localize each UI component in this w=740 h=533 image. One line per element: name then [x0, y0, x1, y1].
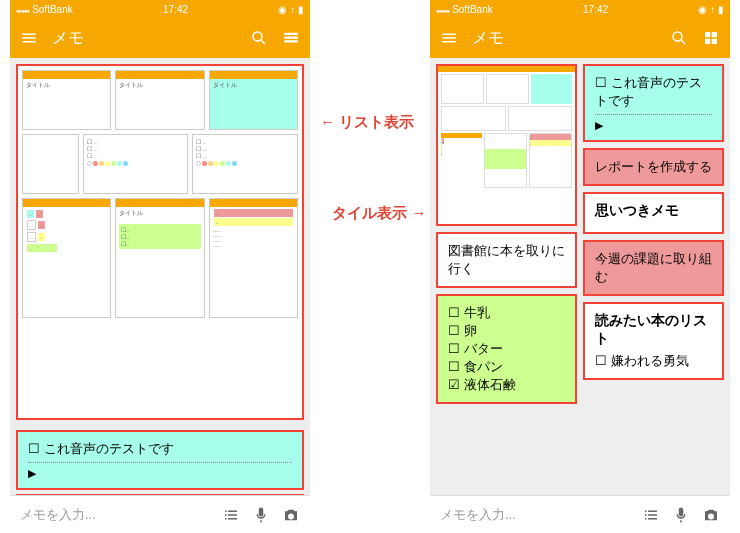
svg-point-4 [673, 32, 682, 41]
note-reading-list[interactable]: 読みたい本のリスト 嫌われる勇気 [583, 302, 724, 380]
play-icon[interactable]: ▶ [28, 467, 292, 480]
label-tile-view: タイル表示 → [332, 204, 426, 223]
checkbox[interactable]: これ音声のテストです [595, 74, 712, 110]
note-input[interactable]: メモを入力... [20, 506, 210, 524]
svg-rect-1 [284, 33, 298, 35]
camera-icon[interactable] [702, 506, 720, 524]
search-icon[interactable] [670, 29, 688, 47]
carrier: SoftBank [16, 4, 73, 15]
list-icon[interactable] [642, 506, 660, 524]
thumbnail-screenshot: タイトル タイトル タイトル ☐ ..☐ ..☐ .. ☐ ..☐ ..☐ .. [16, 64, 304, 420]
list-icon[interactable] [222, 506, 240, 524]
svg-rect-7 [705, 39, 710, 44]
svg-rect-6 [712, 32, 717, 37]
app-bar: メモ [10, 18, 310, 58]
app-title: メモ [52, 28, 236, 49]
app-title: メモ [472, 28, 656, 49]
checkbox-checked[interactable]: 液体石鹸 [448, 376, 565, 394]
status-right: ◉ ↑ ▮ [278, 4, 304, 15]
app-bar: メモ [430, 18, 730, 58]
carrier: SoftBank [436, 4, 493, 15]
content-tiles: .... .. 図書館に本を取りに行く 牛乳 卵 バター 食パン 液体石鹸 これ… [430, 58, 730, 495]
checkbox[interactable]: バター [448, 340, 565, 358]
checkbox[interactable]: 食パン [448, 358, 565, 376]
note-create-report[interactable]: レポートを作成する [16, 494, 304, 495]
svg-rect-2 [284, 37, 298, 39]
view-toggle-icon[interactable] [702, 29, 720, 47]
search-icon[interactable] [250, 29, 268, 47]
checkbox[interactable]: 嫌われる勇気 [595, 352, 712, 370]
status-right: ◉ ↑ ▮ [698, 4, 724, 15]
note-shopping[interactable]: 牛乳 卵 バター 食パン 液体石鹸 [436, 294, 577, 404]
note-library[interactable]: 図書館に本を取りに行く [436, 232, 577, 288]
thumbnail-card[interactable]: .... .. [436, 64, 577, 226]
status-bar: SoftBank 17:42 ◉ ↑ ▮ [10, 0, 310, 18]
menu-icon[interactable] [20, 29, 38, 47]
note-idea-memo[interactable]: 思いつきメモ [583, 192, 724, 234]
note-input[interactable]: メモを入力... [440, 506, 630, 524]
view-toggle-icon[interactable] [282, 29, 300, 47]
clock: 17:42 [163, 4, 188, 15]
note-create-report[interactable]: レポートを作成する [583, 148, 724, 186]
mic-icon[interactable] [672, 506, 690, 524]
note-weekly-task[interactable]: 今週の課題に取り組む [583, 240, 724, 296]
menu-icon[interactable] [440, 29, 458, 47]
phone-left: SoftBank 17:42 ◉ ↑ ▮ メモ タイトル タイトル タイトル ☐… [10, 0, 310, 533]
svg-point-0 [253, 32, 262, 41]
checkbox[interactable]: 卵 [448, 322, 565, 340]
bottom-bar: メモを入力... [430, 495, 730, 533]
clock: 17:42 [583, 4, 608, 15]
svg-rect-3 [284, 40, 298, 42]
content-list: タイトル タイトル タイトル ☐ ..☐ ..☐ .. ☐ ..☐ ..☐ .. [10, 58, 310, 495]
bottom-bar: メモを入力... [10, 495, 310, 533]
checkbox[interactable]: 牛乳 [448, 304, 565, 322]
svg-rect-5 [705, 32, 710, 37]
checkbox[interactable]: これ音声のテストです [28, 440, 292, 458]
play-icon[interactable]: ▶ [595, 119, 712, 132]
note-voice-test[interactable]: これ音声のテストです ▶ [16, 430, 304, 490]
svg-rect-8 [712, 39, 717, 44]
status-bar: SoftBank 17:42 ◉ ↑ ▮ [430, 0, 730, 18]
mic-icon[interactable] [252, 506, 270, 524]
camera-icon[interactable] [282, 506, 300, 524]
label-list-view: ← リスト表示 [320, 113, 414, 132]
phone-right: SoftBank 17:42 ◉ ↑ ▮ メモ .... .. [430, 0, 730, 533]
note-voice-test[interactable]: これ音声のテストです ▶ [583, 64, 724, 142]
